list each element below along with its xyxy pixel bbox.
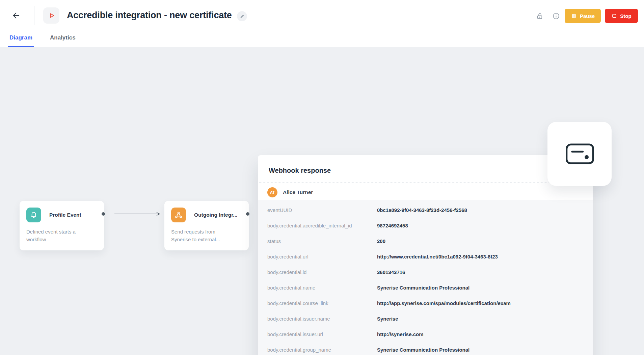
node-profile-event[interactable]: Profile Event Defined event starts a wor…	[20, 201, 104, 250]
unlock-button[interactable]	[535, 11, 544, 20]
row-value: Synerise Communication Professional	[377, 347, 469, 353]
unlock-icon	[536, 12, 544, 20]
table-row: body.credential.id 3601343716	[258, 264, 593, 280]
pause-icon	[571, 13, 577, 19]
row-key: body.credential.name	[267, 285, 377, 291]
table-row: eventUUID 0bc1a092-9f04-3463-8f23d-2456-…	[258, 202, 593, 218]
table-row: body.credential.course_link http://app.s…	[258, 295, 593, 311]
page-title: Accredible integration - new certificate	[67, 10, 232, 21]
row-key: body.credential.group_name	[267, 347, 377, 353]
back-button[interactable]	[10, 9, 22, 22]
connector-dot-out[interactable]	[102, 212, 105, 216]
arrow-left-icon	[11, 11, 21, 20]
webhook-response-panel: Webhook response AT Alice Turner eventUU…	[258, 155, 593, 355]
table-row: body.credential.name Synerise Communicat…	[258, 280, 593, 295]
play-icon	[47, 11, 55, 20]
topbar: Accredible integration - new certificate…	[0, 0, 644, 29]
row-value: 98724692458	[377, 223, 408, 228]
certificate-node-card[interactable]	[547, 122, 612, 186]
edit-title-button[interactable]	[237, 11, 247, 21]
connector-arrow	[114, 212, 163, 216]
row-key: status	[267, 238, 377, 244]
stop-button[interactable]: Stop	[605, 9, 638, 23]
table-row: body.credential.issuer.name Synerise	[258, 311, 593, 326]
row-key: body.credential.issuer.name	[267, 316, 377, 322]
table-row: body.credential.accredible_internal_id 9…	[258, 218, 593, 233]
pause-label: Pause	[580, 13, 595, 19]
info-icon	[552, 12, 560, 20]
table-row: body.credential.group_name Synerise Comm…	[258, 342, 593, 355]
connector-dot-out[interactable]	[246, 212, 249, 216]
row-value: http://www.credential.net/0bc1a092-9f04-…	[377, 254, 498, 260]
row-key: body.credential.id	[267, 269, 377, 275]
row-value: Synerise	[377, 316, 398, 322]
row-key: body.credential.course_link	[267, 300, 377, 306]
stop-label: Stop	[620, 13, 631, 19]
row-value: http://synerise.com	[377, 331, 424, 337]
row-value: 200	[377, 238, 385, 244]
info-button[interactable]	[552, 11, 560, 20]
card-icon	[564, 142, 595, 166]
row-key: body.credential.accredible_internal_id	[267, 223, 377, 228]
row-key: eventUUID	[267, 207, 377, 213]
diagram-canvas[interactable]: Profile Event Defined event starts a wor…	[0, 47, 644, 355]
webhook-icon	[171, 208, 186, 222]
row-value: http://app.synerise.com/spa/modules/cert…	[377, 300, 511, 306]
pause-button[interactable]: Pause	[565, 9, 601, 23]
pencil-icon	[240, 14, 244, 19]
row-key: body.credential.issuer.url	[267, 331, 377, 337]
panel-title: Webhook response	[258, 155, 593, 182]
node-description: Send requests from Synerise to external.…	[164, 222, 229, 243]
user-name: Alice Turner	[283, 189, 313, 195]
workflow-running-badge	[43, 7, 59, 24]
tab-diagram[interactable]: Diagram	[9, 34, 32, 42]
tab-analytics[interactable]: Analytics	[50, 34, 76, 42]
bell-icon	[26, 208, 41, 222]
stop-icon	[611, 13, 617, 19]
avatar: AT	[267, 187, 277, 197]
node-title: Outgoing Integr...	[194, 212, 237, 218]
header-divider	[34, 6, 34, 25]
table-row: body.credential.url http://www.credentia…	[258, 249, 593, 264]
row-value: Synerise Communication Professional	[377, 285, 469, 291]
node-outgoing-integration[interactable]: Outgoing Integr... Send requests from Sy…	[164, 201, 249, 250]
node-title: Profile Event	[49, 212, 81, 218]
row-value: 3601343716	[377, 269, 405, 275]
response-table: eventUUID 0bc1a092-9f04-3463-8f23d-2456-…	[258, 200, 593, 355]
view-tabs: Diagram Analytics	[0, 29, 644, 47]
table-row: status 200	[258, 233, 593, 249]
user-row[interactable]: AT Alice Turner	[258, 183, 593, 202]
table-row: body.credential.issuer.url http://syneri…	[258, 326, 593, 342]
row-value: 0bc1a092-9f04-3463-8f23d-2456-f2568	[377, 207, 467, 213]
row-key: body.credential.url	[267, 254, 377, 260]
node-description: Defined event starts a workflow	[20, 222, 93, 243]
